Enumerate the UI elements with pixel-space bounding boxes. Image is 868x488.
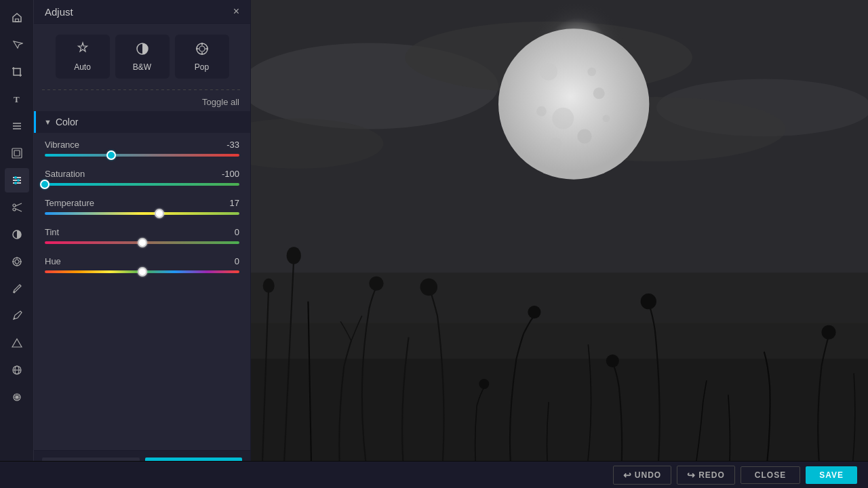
temperature-thumb[interactable]	[155, 209, 164, 218]
saturation-label: Saturation	[45, 169, 85, 179]
toolbar-triangle-icon[interactable]	[5, 331, 29, 355]
svg-point-49	[498, 28, 649, 179]
adjust-panel-header: Adjust ×	[34, 0, 250, 24]
svg-point-53	[577, 129, 591, 144]
presets-row: Auto B&W	[34, 24, 250, 87]
temperature-slider-row: Temperature 17	[45, 198, 239, 215]
toolbar-brush-icon[interactable]	[5, 277, 29, 301]
bottom-toolbar: ↩ UNDO ↪ REDO CLOSE SAVE	[0, 461, 868, 488]
preset-bw-label: B&W	[133, 62, 151, 72]
svg-point-71	[606, 354, 619, 367]
saturation-header: Saturation -100	[45, 169, 239, 179]
toolbar-home-icon[interactable]	[5, 5, 29, 30]
svg-point-61	[263, 279, 275, 293]
svg-line-16	[16, 209, 22, 211]
tint-slider-row: Tint 0	[45, 227, 239, 244]
temperature-header: Temperature 17	[45, 198, 239, 208]
color-section-header[interactable]: ▼ Color	[34, 111, 250, 133]
save-button[interactable]: SAVE	[806, 466, 857, 484]
adjust-panel-close-button[interactable]: ×	[233, 5, 239, 18]
hue-header: Hue 0	[45, 256, 239, 266]
hue-value: 0	[212, 256, 239, 266]
undo-icon: ↩	[623, 470, 632, 481]
redo-icon: ↪	[687, 470, 696, 481]
tint-thumb[interactable]	[138, 238, 147, 247]
preset-pop-button[interactable]: Pop	[175, 35, 229, 79]
tint-track[interactable]	[45, 241, 239, 244]
svg-point-11	[17, 179, 20, 182]
svg-point-12	[14, 182, 17, 184]
app-container: T	[0, 0, 868, 488]
svg-point-70	[479, 379, 489, 389]
hue-thumb[interactable]	[138, 267, 147, 277]
saturation-slider-row: Saturation -100	[45, 169, 239, 186]
vibrance-header: Vibrance -33	[45, 140, 239, 150]
divider	[42, 89, 242, 90]
tint-label: Tint	[45, 227, 59, 237]
vibrance-label: Vibrance	[45, 140, 79, 150]
preset-bw-button[interactable]: B&W	[115, 35, 170, 79]
saturation-thumb[interactable]	[40, 180, 50, 189]
undo-button[interactable]: ↩ UNDO	[613, 466, 671, 485]
svg-point-51	[593, 87, 605, 99]
preset-auto-button[interactable]: Auto	[56, 35, 110, 79]
svg-point-24	[13, 291, 15, 293]
scene-svg	[251, 0, 868, 488]
vibrance-value: -33	[212, 140, 239, 150]
redo-button[interactable]: ↪ REDO	[677, 466, 735, 485]
svg-rect-59	[251, 272, 868, 359]
section-color-label: Color	[56, 117, 78, 127]
left-toolbar: T	[0, 0, 34, 488]
svg-rect-6	[14, 150, 20, 156]
bw-icon	[135, 41, 150, 60]
hue-label: Hue	[45, 256, 61, 266]
toolbar-layers-icon[interactable]	[5, 141, 29, 165]
canvas-area: 1920 x 1281 px @ 50%	[251, 0, 868, 488]
svg-point-69	[821, 325, 835, 340]
preset-pop-label: Pop	[195, 62, 209, 72]
toolbar-arrow-icon[interactable]	[5, 33, 29, 57]
adjust-panel-title: Adjust	[45, 6, 73, 18]
vibrance-thumb[interactable]	[106, 150, 116, 160]
toolbar-lines-icon[interactable]	[5, 114, 29, 138]
svg-point-52	[552, 108, 574, 129]
toolbar-adjust-icon[interactable]	[5, 168, 29, 192]
toolbar-star-icon[interactable]	[5, 385, 29, 409]
toolbar-text-icon[interactable]: T	[5, 87, 29, 111]
svg-line-15	[16, 203, 22, 206]
toolbar-pen-icon[interactable]	[5, 304, 29, 328]
svg-point-66	[420, 279, 437, 296]
redo-label: REDO	[698, 470, 725, 480]
auto-icon	[75, 41, 90, 60]
toolbar-scissors-icon[interactable]	[5, 195, 29, 220]
vibrance-slider-row: Vibrance -33	[45, 140, 239, 157]
temperature-track[interactable]	[45, 212, 239, 215]
background-scene: 1920 x 1281 px @ 50%	[251, 0, 868, 488]
svg-rect-5	[12, 148, 22, 158]
sliders-area: Vibrance -33 Saturation -100	[34, 133, 250, 450]
section-chevron-icon: ▼	[44, 118, 52, 126]
toolbar-crop-icon[interactable]	[5, 60, 29, 84]
close-button[interactable]: CLOSE	[741, 466, 800, 484]
preset-auto-label: Auto	[74, 62, 91, 72]
vibrance-track[interactable]	[45, 154, 239, 157]
svg-point-65	[369, 277, 383, 291]
tint-header: Tint 0	[45, 227, 239, 237]
svg-point-10	[14, 176, 17, 179]
toggle-all-button[interactable]: Toggle all	[202, 97, 239, 107]
undo-label: UNDO	[635, 470, 661, 480]
tint-value: 0	[212, 227, 239, 237]
hue-track[interactable]	[45, 270, 239, 273]
svg-point-68	[641, 293, 656, 309]
saturation-track[interactable]	[45, 183, 239, 186]
svg-point-50	[540, 63, 557, 80]
toolbar-target-icon[interactable]	[5, 249, 29, 274]
hue-slider-row: Hue 0	[45, 256, 239, 273]
saturation-value: -100	[212, 169, 239, 179]
svg-point-14	[13, 208, 16, 211]
toolbar-contrast-icon[interactable]	[5, 222, 29, 247]
toggle-all-row: Toggle all	[34, 93, 250, 111]
temperature-value: 17	[212, 198, 239, 208]
svg-point-54	[536, 106, 547, 117]
toolbar-globe-icon[interactable]	[5, 358, 29, 382]
